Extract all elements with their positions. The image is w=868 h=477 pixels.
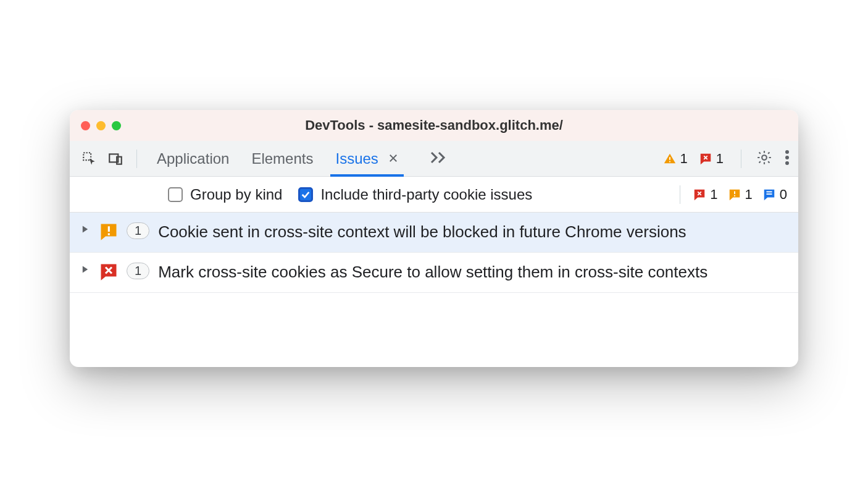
inspect-element-icon[interactable] bbox=[78, 148, 101, 170]
svg-point-5 bbox=[762, 155, 767, 160]
svg-rect-14 bbox=[108, 234, 110, 235]
tab-issues-label: Issues bbox=[335, 150, 378, 167]
svg-point-7 bbox=[785, 156, 789, 159]
toolbar-error-counter[interactable]: 1 bbox=[699, 151, 724, 167]
expand-icon[interactable] bbox=[81, 225, 91, 236]
separator bbox=[741, 150, 741, 168]
issues-filter-bar: Group by kind Include third-party cookie… bbox=[70, 177, 798, 213]
settings-icon[interactable] bbox=[756, 150, 772, 168]
svg-point-8 bbox=[785, 161, 789, 165]
tab-application[interactable]: Application bbox=[154, 143, 232, 175]
issue-title: Cookie sent in cross-site context will b… bbox=[158, 221, 787, 243]
empty-area bbox=[70, 293, 798, 367]
more-options-icon[interactable] bbox=[785, 150, 790, 168]
device-toolbar-icon[interactable] bbox=[104, 148, 127, 170]
issue-count-badge: 1 bbox=[127, 222, 149, 239]
info-bubble-icon bbox=[762, 188, 776, 201]
more-tabs-icon[interactable] bbox=[430, 151, 447, 166]
svg-rect-12 bbox=[766, 193, 772, 195]
devtools-window: DevTools - samesite-sandbox.glitch.me/ A… bbox=[70, 110, 798, 367]
minimize-window-button[interactable] bbox=[96, 121, 106, 130]
error-bubble-icon bbox=[99, 263, 118, 284]
svg-rect-3 bbox=[669, 157, 670, 160]
error-bubble-icon bbox=[699, 152, 712, 166]
warning-triangle-icon bbox=[663, 152, 677, 166]
separator bbox=[680, 185, 680, 204]
maximize-window-button[interactable] bbox=[112, 121, 121, 130]
issue-row[interactable]: 1 Mark cross-site cookies as Secure to a… bbox=[70, 253, 798, 293]
filter-info-counter[interactable]: 0 bbox=[762, 187, 787, 203]
issue-title: Mark cross-site cookies as Secure to all… bbox=[158, 261, 787, 283]
tab-issues[interactable]: Issues bbox=[333, 143, 401, 175]
issues-list: 1 Cookie sent in cross-site context will… bbox=[70, 213, 798, 293]
close-tab-icon[interactable] bbox=[388, 150, 399, 167]
traffic-lights bbox=[81, 121, 121, 130]
svg-rect-9 bbox=[734, 191, 735, 194]
toolbar-warning-counter[interactable]: 1 bbox=[663, 151, 688, 167]
issue-row[interactable]: 1 Cookie sent in cross-site context will… bbox=[70, 213, 798, 253]
svg-rect-11 bbox=[766, 191, 772, 192]
include-third-party-label[interactable]: Include third-party cookie issues bbox=[320, 186, 532, 203]
warning-count: 1 bbox=[680, 151, 688, 167]
svg-rect-13 bbox=[108, 226, 110, 232]
titlebar: DevTools - samesite-sandbox.glitch.me/ bbox=[70, 110, 798, 141]
close-window-button[interactable] bbox=[81, 121, 90, 130]
panel-tabs: Application Elements Issues bbox=[154, 143, 447, 175]
group-by-kind-label[interactable]: Group by kind bbox=[190, 186, 282, 203]
filter-error-count: 1 bbox=[710, 187, 717, 203]
include-third-party-checkbox[interactable] bbox=[298, 187, 313, 202]
svg-rect-4 bbox=[669, 161, 670, 162]
window-title: DevTools - samesite-sandbox.glitch.me/ bbox=[70, 117, 798, 133]
tab-elements[interactable]: Elements bbox=[249, 143, 315, 175]
svg-rect-10 bbox=[734, 195, 735, 196]
filter-error-counter[interactable]: 1 bbox=[693, 187, 717, 203]
error-count: 1 bbox=[716, 151, 724, 167]
error-bubble-icon bbox=[693, 188, 706, 201]
warning-bubble-icon bbox=[99, 222, 118, 243]
filter-warning-counter[interactable]: 1 bbox=[728, 187, 753, 203]
warning-bubble-icon bbox=[728, 188, 741, 201]
issue-count-badge: 1 bbox=[127, 263, 149, 279]
separator bbox=[136, 150, 137, 168]
expand-icon[interactable] bbox=[81, 265, 91, 276]
filter-warning-count: 1 bbox=[745, 187, 753, 203]
filter-info-count: 0 bbox=[780, 187, 787, 203]
main-toolbar: Application Elements Issues 1 1 bbox=[70, 141, 798, 177]
group-by-kind-checkbox[interactable] bbox=[168, 187, 183, 202]
filter-counters: 1 1 0 bbox=[693, 187, 790, 203]
svg-point-6 bbox=[785, 150, 789, 154]
